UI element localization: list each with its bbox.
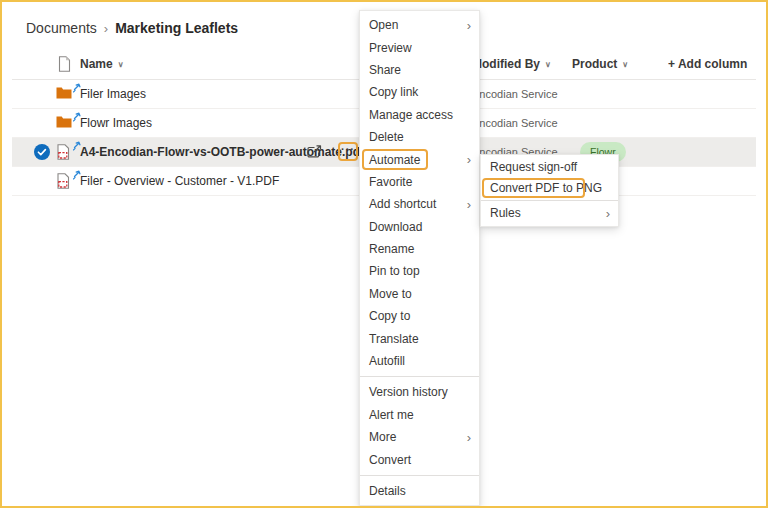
- chevron-down-icon: ∨: [622, 61, 628, 69]
- menu-item-label: More: [369, 430, 467, 444]
- chevron-right-icon: ›: [467, 431, 471, 444]
- menu-item-move-to[interactable]: Move to: [360, 283, 479, 305]
- menu-item-label: Copy to: [369, 309, 471, 323]
- menu-item-label: Download: [369, 220, 471, 234]
- menu-item-convert[interactable]: Convert: [360, 448, 479, 470]
- menu-item-label: Copy link: [369, 85, 471, 99]
- menu-item-label: Manage access: [369, 108, 471, 122]
- menu-item-rename[interactable]: Rename: [360, 238, 479, 260]
- breadcrumb-documents[interactable]: Documents: [26, 20, 97, 36]
- menu-item-open[interactable]: Open›: [360, 14, 479, 36]
- automate-submenu: Request sign-offConvert PDF to PNGRules›: [480, 154, 619, 227]
- menu-item-copy-to[interactable]: Copy to: [360, 305, 479, 327]
- chevron-down-icon: ∨: [545, 61, 551, 69]
- menu-item-alert-me[interactable]: Alert me: [360, 404, 479, 426]
- column-header-modified-by-label: Modified By: [472, 57, 540, 71]
- menu-item-add-shortcut[interactable]: Add shortcut›: [360, 193, 479, 215]
- menu-item-label: Share: [369, 63, 471, 77]
- menu-item-label: Automate: [369, 153, 467, 167]
- folder-icon: [56, 115, 72, 128]
- menu-item-label: Version history: [369, 385, 471, 399]
- menu-divider: [360, 376, 479, 377]
- add-column-button[interactable]: + Add column: [668, 57, 747, 71]
- menu-item-more[interactable]: More›: [360, 426, 479, 448]
- menu-item-label: Autofill: [369, 354, 471, 368]
- menu-divider: [360, 475, 479, 476]
- menu-item-label: Convert PDF to PNG: [490, 181, 610, 195]
- menu-item-label: Open: [369, 18, 467, 32]
- menu-item-label: Details: [369, 484, 471, 498]
- more-actions-button[interactable]: ···: [338, 142, 358, 161]
- menu-item-delete[interactable]: Delete: [360, 126, 479, 148]
- file-name[interactable]: Filer - Overview - Customer - V1.PDF: [80, 174, 279, 188]
- context-menu: Open›PreviewShareCopy linkManage accessD…: [359, 10, 480, 506]
- column-header-product-label: Product: [572, 57, 617, 71]
- menu-item-label: Favorite: [369, 175, 471, 189]
- menu-item-pin-to-top[interactable]: Pin to top: [360, 260, 479, 282]
- chevron-right-icon: ›: [467, 153, 471, 166]
- menu-item-label: Delete: [369, 130, 471, 144]
- folder-icon: [56, 86, 72, 99]
- menu-divider: [481, 200, 618, 201]
- menu-item-translate[interactable]: Translate: [360, 327, 479, 349]
- menu-item-autofill[interactable]: Autofill: [360, 350, 479, 372]
- menu-item-label: Preview: [369, 41, 471, 55]
- pdf-icon: [56, 173, 70, 189]
- menu-item-copy-link[interactable]: Copy link: [360, 81, 479, 103]
- menu-item-label: Pin to top: [369, 264, 471, 278]
- file-name[interactable]: Flowr Images: [80, 116, 152, 130]
- column-header-name-label: Name: [80, 57, 113, 71]
- column-header-modified-by[interactable]: Modified By ∨: [472, 57, 551, 71]
- menu-item-automate[interactable]: Automate›: [360, 148, 479, 170]
- menu-item-label: Convert: [369, 453, 471, 467]
- menu-item-manage-access[interactable]: Manage access: [360, 104, 479, 126]
- menu-item-label: Move to: [369, 287, 471, 301]
- menu-item-rules[interactable]: Rules›: [481, 203, 618, 224]
- modified-by-value: Encodian Service: [472, 117, 558, 129]
- share-icon[interactable]: [306, 144, 323, 160]
- column-header-name[interactable]: Name ∨: [80, 57, 124, 71]
- chevron-down-icon: ∨: [118, 61, 124, 69]
- pdf-icon: [56, 144, 70, 160]
- menu-item-label: Add shortcut: [369, 197, 467, 211]
- menu-item-label: Alert me: [369, 408, 471, 422]
- chevron-right-icon: ›: [467, 198, 471, 211]
- menu-item-share[interactable]: Share: [360, 59, 479, 81]
- breadcrumb: Documents › Marketing Leaflets: [26, 20, 238, 36]
- menu-item-download[interactable]: Download: [360, 216, 479, 238]
- breadcrumb-current-folder: Marketing Leaflets: [115, 20, 238, 36]
- add-column-label: + Add column: [668, 57, 747, 71]
- file-type-icon: [58, 56, 71, 72]
- file-name[interactable]: Filer Images: [80, 87, 146, 101]
- menu-item-version-history[interactable]: Version history: [360, 381, 479, 403]
- menu-item-label: Request sign-off: [490, 160, 610, 174]
- menu-item-label: Rename: [369, 242, 471, 256]
- menu-item-convert-pdf-to-png[interactable]: Convert PDF to PNG: [481, 178, 618, 199]
- chevron-right-icon: ›: [467, 19, 471, 32]
- menu-item-favorite[interactable]: Favorite: [360, 171, 479, 193]
- breadcrumb-separator: ›: [104, 21, 108, 36]
- menu-item-label: Translate: [369, 332, 471, 346]
- menu-item-preview[interactable]: Preview: [360, 36, 479, 58]
- menu-item-details[interactable]: Details: [360, 480, 479, 502]
- column-header-product[interactable]: Product ∨: [572, 57, 628, 71]
- chevron-right-icon: ›: [606, 207, 610, 220]
- menu-item-request-sign-off[interactable]: Request sign-off: [481, 157, 618, 178]
- modified-by-value: Encodian Service: [472, 88, 558, 100]
- menu-item-label: Rules: [490, 206, 606, 220]
- row-selected-check-icon[interactable]: [34, 144, 50, 160]
